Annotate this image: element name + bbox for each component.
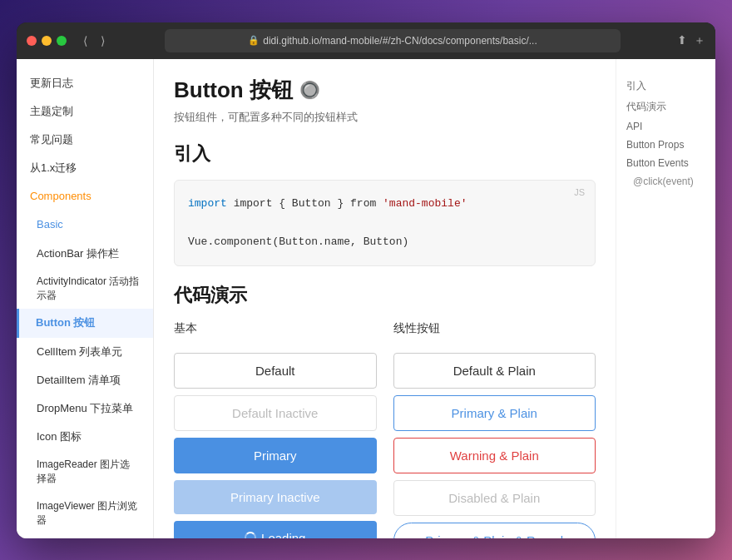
sidebar-item-actionbar[interactable]: ActionBar 操作栏	[17, 240, 153, 268]
browser-window: ⟨ ⟩ 🔒 didi.github.io/mand-mobile/#/zh-CN…	[17, 22, 715, 538]
btn-default[interactable]: Default	[174, 353, 377, 389]
sidebar-item-button[interactable]: Button 按钮	[17, 309, 153, 337]
sidebar-item-detailitem[interactable]: DetailItem 清单项	[17, 366, 153, 394]
code-import-keyword: import	[188, 197, 227, 210]
traffic-lights	[27, 36, 67, 46]
sidebar-item-dropmenu[interactable]: DropMenu 下拉菜单	[17, 394, 153, 423]
title-bar-right: ⬆ ＋	[677, 33, 705, 48]
new-tab-icon[interactable]: ＋	[694, 33, 705, 48]
code-import-string: 'mand-mobile'	[383, 197, 467, 210]
sidebar-item-updates[interactable]: 更新日志	[17, 69, 153, 97]
btn-loading-label: Loading	[261, 531, 305, 538]
right-nav-button-events[interactable]: Button Events	[626, 154, 705, 172]
page-title: Button 按钮 🔘	[174, 76, 596, 105]
loading-spinner	[245, 532, 256, 538]
sidebar-item-theme[interactable]: 主题定制	[17, 97, 153, 126]
code-line-empty	[188, 213, 581, 232]
demo-right-title: 线性按钮	[393, 321, 596, 343]
sidebar-item-components[interactable]: Components	[17, 182, 153, 211]
right-nav-click-event[interactable]: @click(event)	[626, 172, 705, 191]
sidebar-item-faq[interactable]: 常见问题	[17, 126, 153, 154]
btn-primary-label: Primary	[254, 448, 297, 463]
btn-primary-plain[interactable]: Primary & Plain	[393, 395, 596, 431]
page-title-text: Button 按钮	[174, 76, 293, 105]
right-nav: 引入 代码演示 API Button Props Button Events @…	[616, 59, 715, 538]
demo-grid: 基本 Default Default Inactive Primary Prim…	[174, 321, 596, 538]
js-label: JS	[574, 187, 585, 197]
sidebar-item-cellitem[interactable]: CellItem 列表单元	[17, 338, 153, 366]
demo-right-col: 线性按钮 Default & Plain Primary & Plain War…	[393, 321, 596, 538]
code-line-1: import import { Button } from 'mand-mobi…	[188, 194, 581, 213]
sidebar-item-imageviewer[interactable]: ImageViewer 图片浏览器	[17, 493, 153, 534]
right-nav-import[interactable]: 引入	[626, 76, 705, 97]
right-nav-api[interactable]: API	[626, 117, 705, 136]
btn-primary[interactable]: Primary	[174, 438, 377, 473]
btn-disabled-plain[interactable]: Disabled & Plain	[393, 480, 596, 516]
address-bar[interactable]: 🔒 didi.github.io/mand-mobile/#/zh-CN/doc…	[165, 29, 621, 52]
btn-disabled-plain-label: Disabled & Plain	[448, 491, 540, 505]
share-icon[interactable]: ⬆	[677, 33, 687, 48]
btn-default-inactive-label: Default Inactive	[232, 406, 318, 420]
lock-icon: 🔒	[248, 35, 260, 46]
sidebar-item-migrate[interactable]: 从1.x迁移	[17, 154, 153, 182]
btn-default-plain-label: Default & Plain	[453, 364, 536, 378]
code-block: JS import import { Button } from 'mand-m…	[174, 180, 596, 266]
demo-left-title: 基本	[174, 321, 377, 343]
btn-primary-inactive-label: Primary Inactive	[230, 490, 320, 504]
browser-body: 更新日志 主题定制 常见问题 从1.x迁移 Components Basic A…	[17, 59, 715, 538]
navigation-controls: ⟨ ⟩	[80, 32, 108, 49]
minimize-button[interactable]	[42, 36, 52, 46]
forward-button[interactable]: ⟩	[97, 32, 108, 49]
sidebar-item-basic[interactable]: Basic	[17, 211, 153, 239]
maximize-button[interactable]	[57, 36, 67, 46]
demo-section-title: 代码演示	[174, 283, 596, 308]
btn-loading[interactable]: Loading	[174, 521, 377, 538]
btn-default-inactive[interactable]: Default Inactive	[174, 395, 377, 431]
sidebar-item-activityindicator[interactable]: ActivityIndicator 活动指示器	[17, 268, 153, 310]
import-section-title: 引入	[174, 141, 596, 166]
btn-warning-plain[interactable]: Warning & Plain	[393, 438, 596, 473]
sidebar-item-imagereader[interactable]: ImageReader 图片选择器	[17, 451, 153, 493]
url-text: didi.github.io/mand-mobile/#/zh-CN/docs/…	[263, 35, 537, 47]
sidebar-item-icon[interactable]: Icon 图标	[17, 423, 153, 451]
page-subtitle: 按钮组件，可配置多种不同的按钮样式	[174, 110, 596, 125]
btn-primary-plain-label: Primary & Plain	[452, 406, 537, 420]
btn-default-plain[interactable]: Default & Plain	[393, 353, 596, 389]
btn-primary-plain-round[interactable]: Primary & Plain & Round	[393, 523, 596, 538]
sidebar-item-noticebar[interactable]: NoticeBar 通知栏	[17, 534, 153, 538]
code-import-mid: import { Button } from	[234, 197, 383, 210]
btn-default-label: Default	[255, 364, 295, 378]
btn-primary-inactive[interactable]: Primary Inactive	[174, 480, 377, 514]
page-title-icon: 🔘	[299, 80, 320, 100]
close-button[interactable]	[27, 36, 37, 46]
main-content: Button 按钮 🔘 按钮组件，可配置多种不同的按钮样式 引入 JS impo…	[154, 59, 616, 538]
right-nav-demo[interactable]: 代码演示	[626, 97, 705, 117]
sidebar: 更新日志 主题定制 常见问题 从1.x迁移 Components Basic A…	[17, 59, 154, 538]
back-button[interactable]: ⟨	[80, 32, 91, 49]
right-nav-button-props[interactable]: Button Props	[626, 136, 705, 154]
btn-warning-plain-label: Warning & Plain	[450, 448, 539, 463]
code-line-2: Vue.component(Button.name, Button)	[188, 232, 581, 251]
title-bar: ⟨ ⟩ 🔒 didi.github.io/mand-mobile/#/zh-CN…	[17, 22, 715, 59]
btn-primary-plain-round-label: Primary & Plain & Round	[425, 533, 563, 538]
demo-left-col: 基本 Default Default Inactive Primary Prim…	[174, 321, 377, 538]
